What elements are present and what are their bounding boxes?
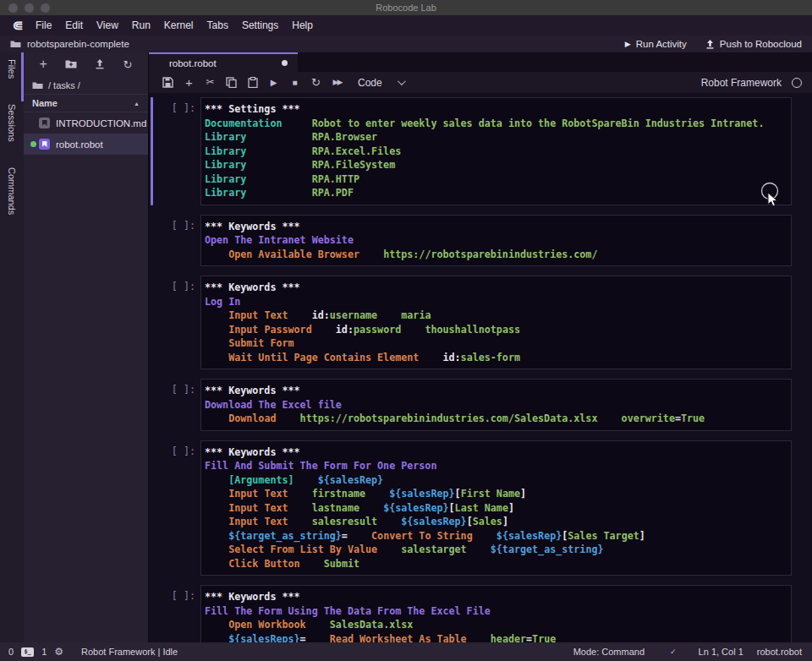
titlebar: Robocode Lab (0, 0, 812, 15)
chevron-down-icon (398, 77, 406, 85)
cell-prompt: [ ]: (153, 585, 200, 642)
editor-mode[interactable]: Mode: Command (573, 647, 645, 657)
check-icon: ✓ (670, 647, 677, 656)
sidebar-tab-sessions[interactable]: Sessions (7, 104, 17, 142)
menu-run[interactable]: Run (125, 19, 157, 31)
menu-file[interactable]: File (29, 19, 58, 31)
terminal-icon: $_ (21, 647, 34, 657)
activity-bar: Files Sessions Commands (0, 52, 24, 642)
notebook-cell: [ ]:*** Keywords ***Open The Intranet We… (149, 215, 812, 267)
file-row-robot[interactable]: robot.robot (24, 134, 148, 155)
file-row-introduction[interactable]: INTRODUCTION.md (24, 112, 148, 134)
robot-file-icon (39, 139, 50, 150)
breadcrumb[interactable]: / tasks / (24, 76, 148, 95)
kernels-count[interactable]: 1 (41, 647, 47, 657)
notebook-cell: [ ]:*** Keywords ***Fill The Form Using … (149, 585, 812, 642)
file-browser: + ↻ / tasks / Name ▲ INTRODUCTION (24, 52, 149, 642)
kernel-status-icon[interactable] (792, 78, 802, 88)
cell-prompt: [ ]: (153, 97, 200, 205)
notebook-cell: [ ]:*** Keywords ***Fill And Submit The … (149, 440, 812, 576)
workspace: Files Sessions Commands + ↻ / tasks / (0, 52, 812, 642)
notebook-cells: [ ]:*** Settings ***Documentation Robot … (149, 93, 812, 642)
active-sidebar-tab-indicator (21, 52, 24, 101)
push-to-robocloud-button[interactable]: Push to Robocloud (705, 39, 802, 49)
add-cell-icon[interactable]: + (178, 72, 200, 93)
status-bar: 0 $_ 1 ⚙ Robot Framework | Idle Mode: Co… (0, 642, 812, 661)
kernel-status-text[interactable]: Robot Framework | Idle (81, 647, 178, 657)
upload-icon (705, 39, 715, 49)
restart-run-all-icon[interactable]: ▶▶ (326, 72, 348, 93)
file-list-header[interactable]: Name ▲ (24, 95, 148, 112)
stop-kernel-icon[interactable]: ■ (284, 72, 305, 93)
sidebar-tab-commands[interactable]: Commands (7, 167, 17, 215)
cell-prompt: [ ]: (153, 440, 200, 576)
menu-settings[interactable]: Settings (235, 19, 285, 31)
notebook-cell: [ ]:*** Settings ***Documentation Robot … (149, 97, 812, 205)
unsaved-changes-icon[interactable] (282, 60, 288, 66)
menu-edit[interactable]: Edit (58, 19, 90, 31)
paste-cell-icon[interactable] (242, 72, 263, 93)
refresh-icon[interactable]: ↻ (123, 59, 133, 70)
app-window: Robocode Lab ⋐ File Edit View Run Kernel… (0, 0, 812, 661)
cell-editor[interactable]: *** Keywords ***Open The Intranet Websit… (200, 215, 792, 267)
notebook-toolbar: + ✂ ▶ ■ ↻ ▶▶ Code Robot Framework (149, 72, 812, 93)
robocode-logo-icon[interactable]: ⋐ (7, 18, 29, 33)
home-folder-icon[interactable] (32, 81, 43, 90)
main-area: robot.robot + ✂ ▶ ■ ↻ ▶▶ (149, 52, 812, 642)
menu-kernel[interactable]: Kernel (157, 19, 200, 31)
statusbar-filename: robot.robot (757, 647, 802, 657)
kernel-name[interactable]: Robot Framework (701, 77, 782, 89)
cell-editor[interactable]: *** Settings ***Documentation Robot to e… (200, 97, 792, 205)
folder-icon (10, 40, 21, 48)
play-icon: ▶ (625, 40, 631, 48)
cell-editor[interactable]: *** Keywords ***Fill And Submit The Form… (200, 440, 792, 576)
cell-editor[interactable]: *** Keywords ***Download The Excel file … (200, 379, 792, 431)
menu-help[interactable]: Help (285, 19, 320, 31)
document-tabbar: robot.robot (149, 52, 812, 72)
file-browser-toolbar: + ↻ (24, 52, 148, 76)
cell-prompt: [ ]: (153, 215, 200, 267)
window-title: Robocode Lab (0, 3, 812, 13)
cell-prompt: [ ]: (153, 379, 200, 431)
sidebar-tab-files[interactable]: Files (7, 59, 17, 79)
cut-cell-icon[interactable]: ✂ (200, 72, 221, 93)
sort-arrow-icon[interactable]: ▲ (134, 101, 140, 107)
new-launcher-icon[interactable]: + (40, 57, 47, 71)
cell-prompt: [ ]: (153, 276, 200, 369)
notebook-cell: [ ]:*** Keywords ***Download The Excel f… (149, 379, 812, 431)
terminals-count[interactable]: 0 (8, 647, 14, 657)
restart-kernel-icon[interactable]: ↻ (305, 72, 326, 93)
language-server-icon[interactable]: ⚙ (54, 646, 63, 658)
project-name: robotsparebin-complete (27, 39, 129, 49)
cell-editor[interactable]: *** Keywords ***Log In Input Text id:use… (200, 276, 792, 369)
cursor-position[interactable]: Ln 1, Col 1 (699, 647, 743, 657)
project-bar: robotsparebin-complete ▶ Run Activity Pu… (0, 36, 812, 52)
tab-robot-robot[interactable]: robot.robot (149, 52, 298, 72)
new-folder-icon[interactable] (65, 59, 77, 70)
markdown-file-icon (39, 117, 50, 128)
copy-cell-icon[interactable] (221, 72, 242, 93)
upload-file-icon[interactable] (95, 58, 105, 71)
menu-view[interactable]: View (90, 19, 125, 31)
cell-editor[interactable]: *** Keywords ***Fill The Form Using The … (200, 585, 792, 642)
menu-tabs[interactable]: Tabs (200, 19, 235, 31)
cell-type-dropdown[interactable]: Code (358, 77, 403, 89)
notebook-cell: [ ]:*** Keywords ***Log In Input Text id… (149, 276, 812, 369)
run-activity-button[interactable]: ▶ Run Activity (625, 39, 687, 49)
save-icon[interactable] (157, 72, 178, 93)
kernel-running-dot (30, 141, 36, 147)
menubar: ⋐ File Edit View Run Kernel Tabs Setting… (0, 15, 812, 36)
run-cell-icon[interactable]: ▶ (263, 72, 284, 93)
breadcrumb-path[interactable]: / tasks / (48, 80, 80, 90)
